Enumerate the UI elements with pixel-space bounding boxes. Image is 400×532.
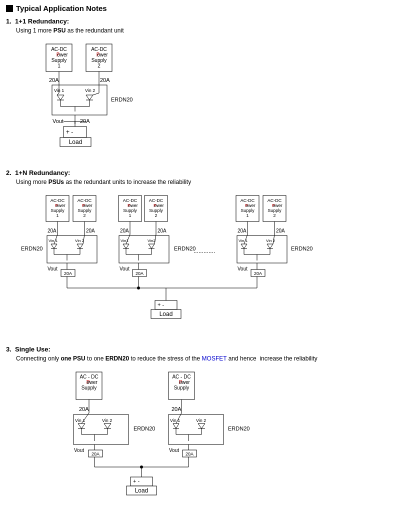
section-title: Typical Application Notes bbox=[16, 4, 107, 12]
svg-text:20A: 20A bbox=[254, 271, 262, 276]
svg-text:1: 1 bbox=[246, 213, 248, 218]
svg-text:20A: 20A bbox=[120, 228, 129, 234]
svg-text:2: 2 bbox=[83, 213, 86, 218]
svg-text:ower: ower bbox=[56, 203, 66, 208]
svg-text:Vin 2: Vin 2 bbox=[196, 418, 206, 423]
svg-text:AC-DC: AC-DC bbox=[268, 198, 282, 203]
svg-text:Vin 1: Vin 1 bbox=[238, 238, 248, 243]
svg-text:20A: 20A bbox=[92, 452, 100, 456]
diagram-3: AC - DC P ower Supply 20A Vin 1 Vin 2 ER… bbox=[16, 367, 266, 497]
svg-text:20A: 20A bbox=[86, 228, 95, 234]
svg-text:ower: ower bbox=[246, 203, 256, 208]
svg-text:ower: ower bbox=[154, 203, 164, 208]
svg-text:Supply: Supply bbox=[123, 208, 137, 213]
svg-text:Vin 2: Vin 2 bbox=[75, 238, 84, 243]
svg-text:Vout: Vout bbox=[48, 266, 58, 272]
svg-text:AC-DC: AC-DC bbox=[78, 198, 92, 203]
svg-text:AC-DC: AC-DC bbox=[51, 46, 67, 52]
svg-text:20A: 20A bbox=[79, 406, 89, 412]
svg-text:ower: ower bbox=[57, 52, 68, 58]
section-1-subtitle: Using 1 more PSU as the redundant unit bbox=[16, 27, 394, 34]
section-2-subtitle: Using more PSUs as the redundant units t… bbox=[16, 178, 394, 186]
svg-text:ERDN20: ERDN20 bbox=[134, 426, 155, 432]
svg-text:Supply: Supply bbox=[268, 208, 282, 213]
section-2: 2. 1+N Redundancy: Using more PSUs as th… bbox=[6, 169, 394, 336]
section-1: 1. 1+1 Redundancy: Using 1 more PSU as t… bbox=[6, 18, 394, 159]
svg-text:AC-DC: AC-DC bbox=[149, 198, 164, 203]
svg-text:Load: Load bbox=[160, 310, 173, 318]
svg-text:+  -: + - bbox=[158, 302, 164, 308]
svg-text:AC-DC: AC-DC bbox=[240, 198, 255, 203]
section-1-title: 1. 1+1 Redundancy: bbox=[6, 18, 394, 25]
svg-text:20A: 20A bbox=[80, 118, 90, 124]
svg-text:20A: 20A bbox=[238, 228, 246, 234]
svg-text:ower: ower bbox=[86, 380, 98, 385]
svg-text:20A: 20A bbox=[172, 406, 182, 412]
svg-text:2: 2 bbox=[154, 213, 157, 218]
svg-text:ower: ower bbox=[272, 203, 282, 208]
svg-text:Vin 2: Vin 2 bbox=[102, 418, 112, 423]
svg-text:Supply: Supply bbox=[149, 208, 163, 213]
svg-point-148 bbox=[137, 286, 140, 290]
svg-text:AC - DC: AC - DC bbox=[172, 374, 190, 380]
svg-text:Supply: Supply bbox=[174, 385, 190, 390]
svg-text:2: 2 bbox=[98, 63, 100, 68]
svg-text:Vin 2: Vin 2 bbox=[85, 88, 95, 93]
svg-text:Vin2: Vin2 bbox=[148, 238, 156, 243]
svg-text:AC-DC: AC-DC bbox=[91, 46, 107, 52]
svg-text:ERDN20: ERDN20 bbox=[291, 246, 312, 252]
svg-text:2: 2 bbox=[273, 213, 276, 218]
black-square-icon bbox=[6, 5, 13, 12]
svg-text:Supply: Supply bbox=[82, 385, 97, 390]
svg-text:ERDN20: ERDN20 bbox=[111, 96, 132, 102]
svg-text:Supply: Supply bbox=[52, 58, 67, 63]
svg-text:ower: ower bbox=[82, 203, 92, 208]
svg-text:20A: 20A bbox=[158, 228, 166, 234]
svg-text:Vout: Vout bbox=[52, 118, 64, 124]
svg-text:Vout: Vout bbox=[74, 448, 84, 453]
circuit-svg-3: AC - DC P ower Supply 20A Vin 1 Vin 2 ER… bbox=[16, 367, 266, 500]
svg-text:20A: 20A bbox=[276, 228, 285, 234]
svg-text:20A: 20A bbox=[136, 271, 144, 276]
diagram-1: AC-DC P ower Supply 1 AC-DC P ower Suppl… bbox=[16, 39, 156, 159]
svg-text:Supply: Supply bbox=[50, 208, 64, 213]
svg-text:Load: Load bbox=[135, 487, 148, 494]
svg-text:+  -: + - bbox=[133, 478, 140, 484]
svg-text:20A: 20A bbox=[186, 452, 194, 456]
svg-text:20A: 20A bbox=[48, 228, 56, 234]
svg-text:AC-DC: AC-DC bbox=[123, 198, 138, 203]
svg-text:ERDN20: ERDN20 bbox=[21, 246, 42, 252]
svg-text:Vout: Vout bbox=[169, 448, 179, 453]
svg-text:1: 1 bbox=[128, 213, 131, 218]
svg-text:.............: ............. bbox=[194, 248, 215, 254]
svg-text:AC - DC: AC - DC bbox=[80, 374, 98, 380]
section-3-title: 3. Single Use: bbox=[6, 346, 394, 353]
svg-text:20A: 20A bbox=[64, 271, 72, 276]
svg-text:1: 1 bbox=[56, 213, 58, 218]
svg-text:20A: 20A bbox=[49, 77, 59, 83]
svg-text:Supply: Supply bbox=[92, 58, 107, 63]
svg-text:Vout: Vout bbox=[120, 266, 130, 272]
svg-text:AC-DC: AC-DC bbox=[50, 198, 65, 203]
svg-text:Vin 1: Vin 1 bbox=[48, 238, 58, 243]
svg-text:Supply: Supply bbox=[240, 208, 254, 213]
section-3-subtitle: Connecting only one PSU to one ERDN20 to… bbox=[16, 355, 394, 362]
svg-text:ower: ower bbox=[97, 52, 108, 58]
svg-text:ERDN20: ERDN20 bbox=[174, 246, 196, 252]
svg-text:1: 1 bbox=[58, 63, 60, 68]
diagram-2: AC-DC P ower Supply 1 AC-DC P ower Suppl… bbox=[16, 190, 306, 336]
svg-text:ower: ower bbox=[128, 203, 138, 208]
section-3: 3. Single Use: Connecting only one PSU t… bbox=[6, 346, 394, 497]
svg-text:Supply: Supply bbox=[78, 208, 92, 213]
svg-text:+  -: + - bbox=[66, 128, 73, 136]
circuit-svg-2: AC-DC P ower Supply 1 AC-DC P ower Suppl… bbox=[16, 190, 311, 340]
section-2-title: 2. 1+N Redundancy: bbox=[6, 169, 394, 176]
svg-text:ERDN20: ERDN20 bbox=[228, 426, 250, 432]
svg-text:20A: 20A bbox=[100, 77, 110, 83]
svg-text:Load: Load bbox=[69, 138, 82, 146]
svg-text:Vout: Vout bbox=[238, 266, 248, 272]
circuit-svg-1: AC-DC P ower Supply 1 AC-DC P ower Suppl… bbox=[16, 39, 156, 159]
svg-text:ower: ower bbox=[179, 380, 190, 385]
section-header: Typical Application Notes bbox=[6, 4, 394, 12]
